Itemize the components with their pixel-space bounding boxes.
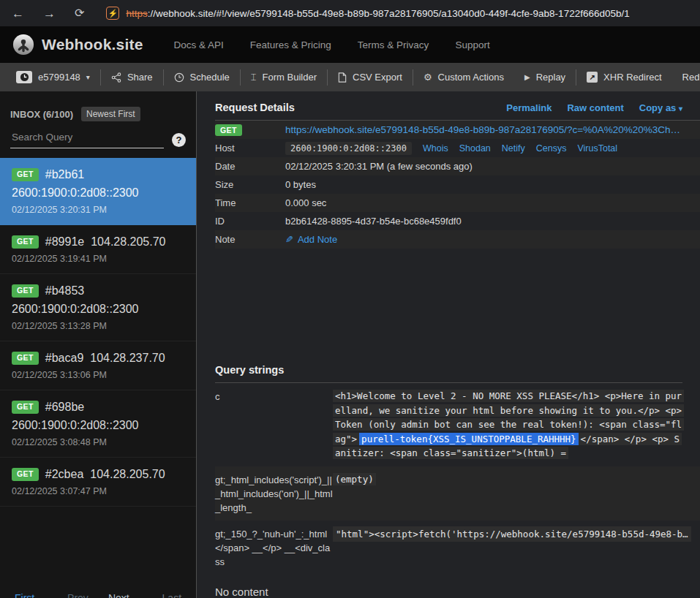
method-badge: GET <box>12 168 39 181</box>
whois-link[interactable]: Whois <box>423 143 448 154</box>
browser-chrome: ← → ⟳ ⚡ https://webhook.site/#!/view/e57… <box>0 0 700 26</box>
request-id: #8991e <box>45 235 84 249</box>
nav-features-pricing[interactable]: Features & Pricing <box>250 39 331 50</box>
request-ip: 104.28.205.70 <box>90 468 165 481</box>
pagination-last[interactable]: Last <box>162 592 181 598</box>
request-timestamp: 02/12/2025 3:20:31 PM <box>12 205 184 215</box>
token-dropdown-button[interactable]: e5799148 ▾ <box>6 71 100 83</box>
raw-content-link[interactable]: Raw content <box>567 102 623 113</box>
table-row-note: Note ✎Add Note <box>215 230 700 249</box>
external-arrow-icon: ↗ <box>587 72 598 83</box>
request-list-item[interactable]: GET #698be 2600:1900:0:2d08::2300 02/12/… <box>0 390 196 458</box>
url-rest: ://webhook.site/#!/view/e5799148-b55d-49… <box>148 8 630 19</box>
brand-name: Webhook.site <box>42 36 143 53</box>
table-row-id: ID b2b61428-8895-4d37-b54e-bc68e459fdf0 <box>215 212 700 230</box>
netify-link[interactable]: Netify <box>502 143 525 154</box>
request-timestamp: 02/12/2025 3:08:48 PM <box>12 437 184 447</box>
search-help-icon[interactable]: ? <box>172 133 186 147</box>
details-table: GET https://webhook.site/e5799148-b55d-4… <box>215 121 700 249</box>
table-row-url: GET https://webhook.site/e5799148-b55d-4… <box>215 121 700 139</box>
date-label: Date <box>215 161 285 172</box>
gear-icon: ⚙ <box>424 72 432 82</box>
sort-order-badge[interactable]: Newest First <box>81 107 140 121</box>
host-value: 2600:1900:0:2d08::2300 <box>285 142 412 155</box>
permalink-link[interactable]: Permalink <box>506 102 552 113</box>
request-list-item[interactable]: GET #8991e 104.28.205.70 02/12/2025 3:19… <box>0 225 196 274</box>
nav-docs-api[interactable]: Docs & API <box>174 39 224 50</box>
browser-reload-button[interactable]: ⟳ <box>75 7 84 19</box>
table-row-date: Date 02/12/2025 3:20:31 PM (a few second… <box>215 157 700 175</box>
browser-forward-button[interactable]: → <box>43 7 56 20</box>
copy-as-dropdown[interactable]: Copy as ▾ <box>639 102 682 113</box>
form-builder-button[interactable]: ⌶ Form Builder <box>241 72 327 83</box>
method-badge: GET <box>215 124 242 136</box>
query-row: gt;_html_includes('script')_||_html_incl… <box>215 466 700 521</box>
method-badge: GET <box>12 468 39 481</box>
method-badge: GET <box>12 401 39 414</box>
search-input[interactable] <box>10 129 164 148</box>
redirect-now-label: Redirect Now <box>682 72 700 83</box>
request-list-item[interactable]: GET #baca9 104.28.237.70 02/12/2025 3:13… <box>0 341 196 390</box>
share-icon <box>111 72 121 83</box>
table-row-host: Host 2600:1900:0:2d08::2300 Whois Shodan… <box>215 139 700 157</box>
replay-button[interactable]: ▶ Replay <box>514 72 576 83</box>
request-id: #b4853 <box>45 284 84 298</box>
query-row: c <h1>Welcome to Level 2 - NO MORE XSS P… <box>215 383 700 466</box>
query-strings-section: Query strings c <h1>Welcome to Level 2 -… <box>215 364 700 575</box>
share-label: Share <box>127 72 153 83</box>
pencil-icon: ✎ <box>285 234 293 245</box>
request-ip: 104.28.205.70 <box>91 235 165 249</box>
redirect-now-button[interactable]: Redirect Now <box>672 72 700 83</box>
address-url[interactable]: https://webhook.site/#!/view/e5799148-b5… <box>126 8 629 19</box>
request-list-item[interactable]: GET #b2b61 2600:1900:0:2d08::2300 02/12/… <box>0 158 196 225</box>
brand-logo-link[interactable]: Webhook.site <box>12 34 143 56</box>
file-icon <box>338 72 347 83</box>
main-nav: Docs & API Features & Pricing Terms & Pr… <box>174 39 490 50</box>
chevron-down-icon: ▾ <box>679 105 682 113</box>
virustotal-link[interactable]: VirusTotal <box>577 143 617 154</box>
custom-actions-label: Custom Actions <box>438 72 504 83</box>
inbox-sidebar: INBOX (6/100) Newest First ? GET #b2b61 … <box>0 91 197 598</box>
insecure-site-icon[interactable]: ⚡ <box>106 7 119 20</box>
struck-https: https <box>126 8 147 19</box>
add-note-button[interactable]: ✎Add Note <box>285 234 337 245</box>
csv-export-button[interactable]: CSV Export <box>328 72 413 83</box>
pagination-next[interactable]: Next → <box>108 592 143 598</box>
table-row-size: Size 0 bytes <box>215 175 700 194</box>
date-value: 02/12/2025 3:20:31 PM (a few seconds ago… <box>285 161 700 172</box>
request-ip: 2600:1900:0:2d08::2300 <box>12 419 184 432</box>
browser-back-button[interactable]: ← <box>12 7 24 20</box>
schedule-button[interactable]: Schedule <box>164 72 240 83</box>
size-label: Size <box>215 179 285 190</box>
request-list-item[interactable]: GET #b4853 2600:1900:0:2d08::2300 02/12/… <box>0 274 196 341</box>
pagination-first[interactable]: First <box>15 592 34 598</box>
query-strings-title: Query strings <box>215 364 682 383</box>
selected-flag-text: purell-token{XSS_IS_UNSTOPPABLE_RAHHHH} <box>359 433 579 445</box>
request-list-item[interactable]: GET #2cbea 104.28.205.70 02/12/2025 3:07… <box>0 458 196 507</box>
share-button[interactable]: Share <box>101 72 163 83</box>
query-value-text: (empty) <box>333 473 376 485</box>
request-id: #b2b61 <box>45 168 84 181</box>
time-label: Time <box>215 197 285 208</box>
custom-actions-button[interactable]: ⚙ Custom Actions <box>413 72 514 83</box>
xhr-redirect-button[interactable]: ↗ XHR Redirect <box>576 72 671 83</box>
request-ip: 2600:1900:0:2d08::2300 <box>12 186 184 200</box>
request-id: #2cbea <box>45 468 84 481</box>
sidebar-header: INBOX (6/100) Newest First ? <box>0 91 196 148</box>
chevron-down-icon: ▾ <box>86 73 90 81</box>
request-list: GET #b2b61 2600:1900:0:2d08::2300 02/12/… <box>0 158 196 598</box>
id-label: ID <box>215 216 285 227</box>
pagination: First ← Prev Next → Last <box>0 592 196 598</box>
censys-link[interactable]: Censys <box>536 143 567 154</box>
schedule-label: Schedule <box>190 72 230 83</box>
request-url-link[interactable]: https://webhook.site/e5799148-b55d-49e8-… <box>285 124 690 135</box>
nav-support[interactable]: Support <box>455 39 489 50</box>
pagination-prev[interactable]: ← Prev <box>54 592 89 598</box>
request-ip: 104.28.237.70 <box>90 352 165 365</box>
shodan-link[interactable]: Shodan <box>459 143 491 154</box>
address-bar[interactable]: ⚡ https://webhook.site/#!/view/e5799148-… <box>106 7 688 20</box>
request-timestamp: 02/12/2025 3:19:41 PM <box>12 254 184 264</box>
nav-terms-privacy[interactable]: Terms & Privacy <box>358 39 429 50</box>
webhook-logo-icon <box>12 34 34 56</box>
request-id: #baca9 <box>45 352 84 365</box>
